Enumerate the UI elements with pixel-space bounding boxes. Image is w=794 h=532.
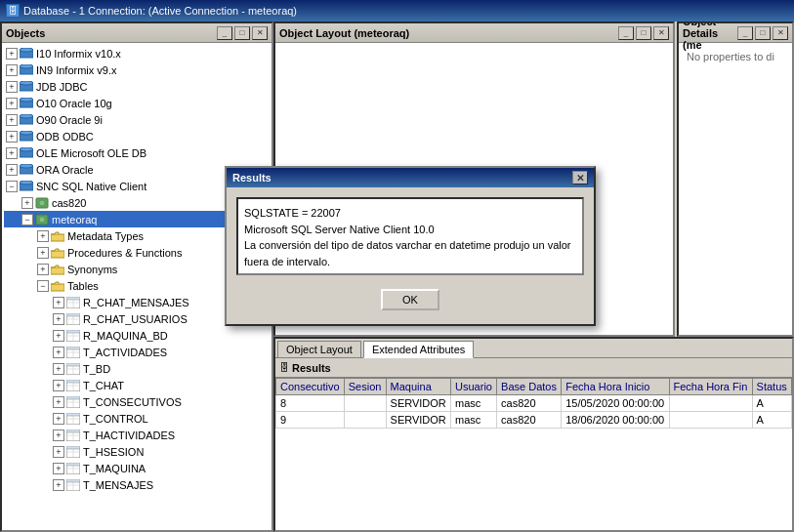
modal-close-btn[interactable]: ✕ [572,171,588,184]
results-modal: Results ✕ SQLSTATE = 22007Microsoft SQL … [225,166,596,326]
modal-message: SQLSTATE = 22007Microsoft SQL Server Nat… [244,205,576,269]
modal-overlay: Results ✕ SQLSTATE = 22007Microsoft SQL … [0,0,794,532]
modal-message-line: SQLSTATE = 22007 [244,205,576,222]
modal-titlebar: Results ✕ [227,168,594,187]
modal-body: SQLSTATE = 22007Microsoft SQL Server Nat… [227,187,594,324]
modal-text-area: SQLSTATE = 22007Microsoft SQL Server Nat… [236,197,584,275]
modal-title-text: Results [232,172,272,184]
modal-message-line: Microsoft SQL Server Native Client 10.0 [244,222,576,238]
modal-ok-button[interactable]: OK [381,289,439,310]
modal-message-line: La conversión del tipo de datos varchar … [244,237,576,269]
modal-footer: OK [236,285,584,314]
